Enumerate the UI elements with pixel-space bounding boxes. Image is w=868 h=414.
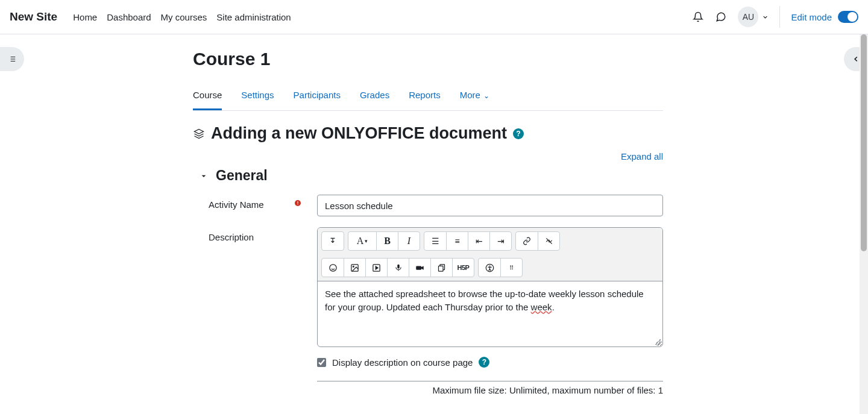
page-subtitle: Adding a new ONLYOFFICE document: [211, 124, 507, 143]
course-title: Course 1: [193, 49, 663, 69]
scrollbar[interactable]: [860, 34, 868, 414]
toolbar-indent-icon[interactable]: ⇥: [489, 232, 511, 250]
nav-siteadmin[interactable]: Site administration: [216, 12, 291, 22]
row-description: Description A▾ B I ☰ ≡ ⇤: [193, 227, 663, 395]
top-navbar: New Site Home Dashboard My courses Site …: [0, 0, 868, 34]
svg-rect-1: [298, 201, 298, 204]
tab-reports[interactable]: Reports: [409, 84, 441, 110]
tab-more[interactable]: More ⌄: [460, 84, 490, 110]
notifications-icon[interactable]: [692, 11, 704, 23]
resize-handle[interactable]: [655, 339, 661, 345]
toolbar-record-video-icon[interactable]: [409, 259, 430, 277]
nav-mycourses[interactable]: My courses: [161, 12, 207, 22]
toolbar-unlink-icon[interactable]: [538, 232, 559, 250]
required-icon: [294, 199, 301, 207]
description-label: Description: [209, 232, 254, 242]
toolbar-image-icon[interactable]: [344, 259, 365, 277]
toolbar-bold-icon[interactable]: B: [376, 232, 398, 250]
chevron-down-icon: [762, 14, 769, 20]
toolbar-number-list-icon[interactable]: ≡: [446, 232, 468, 250]
toolbar-screenreader-icon[interactable]: ⠿: [500, 259, 522, 277]
svg-rect-2: [298, 204, 298, 205]
svg-rect-10: [439, 266, 444, 271]
svg-point-5: [353, 266, 354, 267]
edit-mode-label: Edit mode: [791, 12, 832, 22]
svg-point-12: [489, 265, 490, 266]
toolbar-emoji-icon[interactable]: [322, 259, 344, 277]
toolbar-bullet-list-icon[interactable]: ☰: [424, 232, 446, 250]
expand-all-link[interactable]: Expand all: [193, 151, 663, 162]
toolbar-record-audio-icon[interactable]: [387, 259, 409, 277]
open-course-index-button[interactable]: [0, 47, 24, 71]
toolbar-media-icon[interactable]: [365, 259, 387, 277]
toolbar-paragraph-style[interactable]: A▾: [348, 232, 376, 250]
svg-point-3: [329, 264, 336, 271]
help-icon[interactable]: ?: [479, 357, 489, 368]
row-activity-name: Activity Name: [193, 195, 663, 216]
activity-type-icon: [193, 128, 205, 140]
nav-dashboard[interactable]: Dashboard: [107, 12, 151, 22]
description-textarea[interactable]: See the attached spreadsheet to browse t…: [318, 281, 662, 347]
chevron-down-icon: [199, 171, 209, 181]
tab-grades[interactable]: Grades: [360, 84, 389, 110]
edit-mode-control: Edit mode: [791, 11, 858, 23]
scrollbar-thumb[interactable]: [861, 34, 867, 251]
tab-settings[interactable]: Settings: [241, 84, 274, 110]
display-on-course-label: Display description on course page: [332, 357, 473, 368]
activity-name-label: Activity Name: [209, 199, 264, 210]
toolbar-italic-icon[interactable]: I: [398, 232, 420, 250]
toolbar-h5p-icon[interactable]: H5P: [452, 259, 474, 277]
svg-rect-8: [416, 266, 421, 269]
toolbar-manage-files-icon[interactable]: [430, 259, 452, 277]
display-on-course-row: Display description on course page ?: [317, 357, 663, 368]
navbar-right: AU Edit mode: [692, 6, 858, 28]
toolbar-link-icon[interactable]: [516, 232, 538, 250]
svg-rect-7: [397, 265, 400, 269]
messages-icon[interactable]: [715, 11, 727, 23]
display-on-course-checkbox[interactable]: [317, 358, 326, 367]
section-general-header[interactable]: General: [193, 168, 663, 184]
user-menu[interactable]: AU: [738, 7, 769, 27]
help-icon[interactable]: ?: [513, 128, 524, 139]
edit-mode-toggle[interactable]: [838, 11, 858, 23]
rich-text-editor: A▾ B I ☰ ≡ ⇤ ⇥: [317, 227, 663, 347]
avatar: AU: [738, 7, 758, 27]
tab-participants[interactable]: Participants: [294, 84, 341, 110]
section-general-title: General: [216, 168, 268, 184]
activity-name-input[interactable]: [317, 195, 663, 216]
primary-nav: Home Dashboard My courses Site administr…: [73, 12, 291, 22]
page-subtitle-row: Adding a new ONLYOFFICE document ?: [193, 124, 663, 143]
file-limits-text: Maximum file size: Unlimited, maximum nu…: [317, 381, 663, 395]
nav-home[interactable]: Home: [73, 12, 97, 22]
site-brand[interactable]: New Site: [10, 10, 57, 24]
divider: [779, 6, 780, 28]
toolbar-expand-icon[interactable]: [322, 232, 344, 250]
course-tabs: Course Settings Participants Grades Repo…: [193, 84, 663, 111]
toolbar-accessibility-icon[interactable]: [479, 259, 500, 277]
toolbar-outdent-icon[interactable]: ⇤: [468, 232, 489, 250]
main-content: Course 1 Course Settings Participants Gr…: [193, 34, 663, 395]
editor-toolbar: A▾ B I ☰ ≡ ⇤ ⇥: [318, 228, 662, 281]
tab-course[interactable]: Course: [193, 84, 222, 110]
